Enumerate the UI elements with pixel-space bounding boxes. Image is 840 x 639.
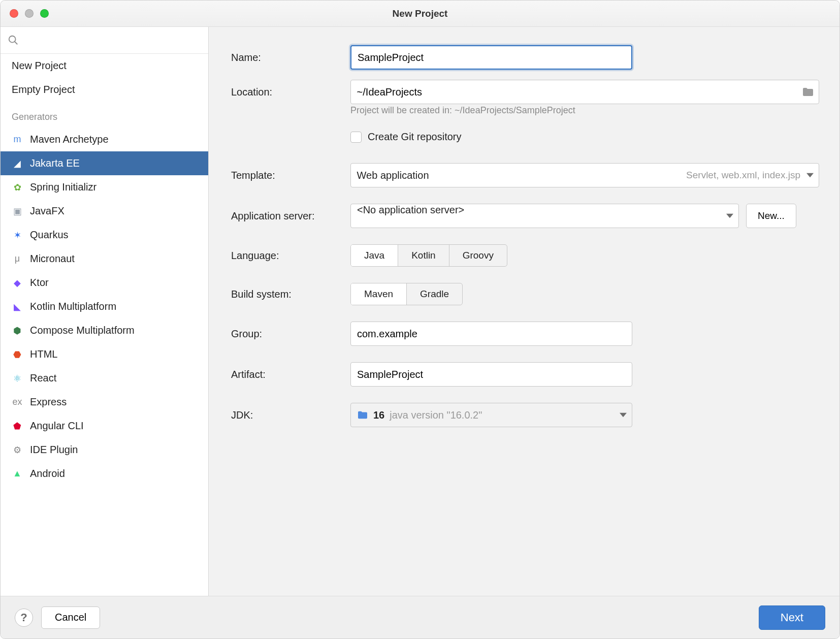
sidebar-item-label: Ktor [30, 277, 49, 289]
sidebar-item-label: JavaFX [30, 205, 64, 217]
template-label: Template: [231, 170, 350, 181]
sidebar-item-label: Angular CLI [30, 420, 84, 432]
name-label: Name: [231, 52, 350, 63]
svg-point-0 [9, 36, 16, 43]
git-checkbox[interactable] [350, 132, 362, 143]
sidebar-item-label: IDE Plugin [30, 444, 78, 456]
sidebar-item-label: Empty Project [12, 84, 75, 95]
sidebar-item-generator[interactable]: ✶Quarkus [1, 223, 208, 247]
quarkus-icon: ✶ [12, 230, 23, 241]
sidebar-item-new-project[interactable]: New Project [1, 54, 208, 78]
sidebar-item-generator[interactable]: ▲Android [1, 462, 208, 486]
maven-icon: m [12, 134, 23, 145]
group-input[interactable] [350, 322, 632, 346]
build-label: Build system: [231, 289, 350, 300]
appserver-new-button[interactable]: New... [746, 204, 796, 228]
sidebar-item-label: React [30, 372, 56, 384]
appserver-label: Application server: [231, 210, 350, 222]
help-button[interactable]: ? [15, 609, 33, 627]
html-icon: ⬣ [12, 349, 23, 360]
sidebar-item-generator[interactable]: ⬟Angular CLI [1, 414, 208, 438]
window-title: New Project [1, 8, 839, 19]
sidebar-item-generator[interactable]: ⬢Compose Multiplatform [1, 318, 208, 342]
titlebar: New Project [1, 1, 839, 27]
template-value: Web application [357, 170, 429, 181]
sidebar-item-label: Quarkus [30, 229, 69, 241]
chevron-down-icon [620, 411, 627, 419]
sidebar-item-generator[interactable]: μMicronaut [1, 247, 208, 271]
kotlin-icon: ◣ [12, 301, 23, 312]
folder-icon [357, 410, 368, 420]
sidebar-item-generator[interactable]: ⚙IDE Plugin [1, 438, 208, 462]
ide-plugin-icon: ⚙ [12, 444, 23, 456]
sidebar-item-generator[interactable]: ▣JavaFX [1, 199, 208, 223]
group-label: Group: [231, 328, 350, 340]
svg-line-1 [15, 42, 18, 45]
jdk-label: JDK: [231, 409, 350, 421]
micronaut-icon: μ [12, 253, 23, 265]
jdk-number: 16 [373, 409, 384, 421]
sidebar-item-label: Express [30, 396, 67, 408]
sidebar-item-empty-project[interactable]: Empty Project [1, 78, 208, 102]
ktor-icon: ◆ [12, 277, 23, 289]
cancel-button[interactable]: Cancel [41, 606, 100, 629]
compose-icon: ⬢ [12, 325, 23, 336]
sidebar-section-header: Generators [1, 102, 208, 127]
spring-icon: ✿ [12, 182, 23, 193]
language-label: Language: [231, 250, 350, 262]
footer: ? Cancel Next [1, 596, 839, 638]
search-icon [8, 35, 19, 46]
language-option[interactable]: Groovy [449, 245, 507, 266]
sidebar-item-generator[interactable]: exExpress [1, 390, 208, 414]
close-window-icon[interactable] [10, 9, 18, 18]
sidebar-item-label: Compose Multiplatform [30, 325, 135, 336]
sidebar: New Project Empty Project Generators mMa… [1, 27, 209, 596]
angular-icon: ⬟ [12, 421, 23, 432]
search-input[interactable] [6, 31, 203, 49]
language-segmented: JavaKotlinGroovy [350, 244, 507, 267]
build-option[interactable]: Maven [351, 283, 407, 305]
sidebar-item-generator[interactable]: ◣Kotlin Multiplatform [1, 295, 208, 318]
sidebar-item-label: Maven Archetype [30, 134, 109, 145]
chevron-down-icon [806, 172, 814, 179]
location-label: Location: [231, 86, 350, 98]
appserver-value: <No application server> [357, 204, 464, 215]
android-icon: ▲ [12, 468, 23, 480]
form-panel: Name: Location: Project will be created … [209, 27, 839, 596]
zoom-window-icon[interactable] [40, 9, 49, 18]
sidebar-item-generator[interactable]: ◢Jakarta EE [1, 151, 208, 175]
sidebar-item-label: Android [30, 468, 65, 480]
template-subtitle: Servlet, web.xml, index.jsp [686, 170, 800, 181]
next-button[interactable]: Next [759, 605, 825, 630]
sidebar-item-generator[interactable]: ⚛React [1, 366, 208, 390]
git-label: Create Git repository [368, 131, 462, 143]
minimize-window-icon [25, 9, 34, 18]
appserver-select[interactable]: <No application server> [350, 204, 739, 228]
artifact-label: Artifact: [231, 369, 350, 380]
name-input[interactable] [350, 45, 632, 70]
jdk-select[interactable]: 16 java version "16.0.2" [350, 403, 632, 427]
sidebar-item-label: New Project [12, 60, 67, 72]
sidebar-item-label: Micronaut [30, 253, 75, 265]
sidebar-item-label: Jakarta EE [30, 157, 80, 169]
react-icon: ⚛ [12, 373, 23, 384]
sidebar-item-label: Kotlin Multiplatform [30, 301, 116, 312]
language-option[interactable]: Java [351, 245, 398, 266]
sidebar-item-generator[interactable]: ◆Ktor [1, 271, 208, 295]
chevron-down-icon [726, 212, 733, 219]
location-hint: Project will be created in: ~/IdeaProjec… [350, 105, 819, 116]
javafx-icon: ▣ [12, 206, 23, 217]
sidebar-item-generator[interactable]: ⬣HTML [1, 342, 208, 366]
template-select[interactable]: Web application Servlet, web.xml, index.… [350, 163, 819, 187]
express-icon: ex [12, 397, 23, 408]
browse-folder-icon[interactable] [802, 87, 814, 97]
sidebar-item-generator[interactable]: ✿Spring Initializr [1, 175, 208, 199]
build-segmented: MavenGradle [350, 283, 463, 305]
build-option[interactable]: Gradle [407, 283, 462, 305]
sidebar-item-generator[interactable]: mMaven Archetype [1, 127, 208, 151]
artifact-input[interactable] [350, 362, 632, 387]
jakarta-icon: ◢ [12, 158, 23, 169]
jdk-version: java version "16.0.2" [390, 409, 482, 421]
language-option[interactable]: Kotlin [398, 245, 449, 266]
location-input[interactable] [350, 80, 819, 104]
